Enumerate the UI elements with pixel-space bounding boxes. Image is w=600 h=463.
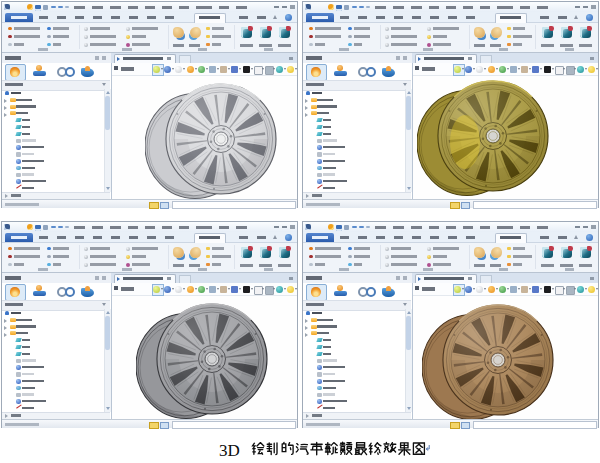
- svg-text:3D: 3D: [219, 441, 240, 460]
